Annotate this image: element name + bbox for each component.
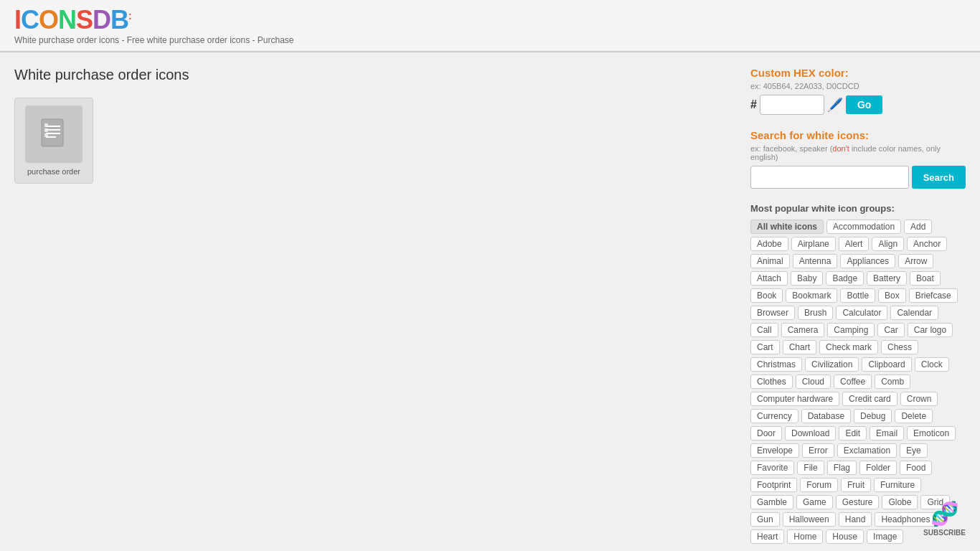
search-input[interactable] — [750, 166, 909, 189]
tag-item[interactable]: Airplane — [791, 237, 836, 251]
tag-item[interactable]: Emoticon — [907, 426, 956, 441]
tag-item[interactable]: Car logo — [908, 323, 953, 337]
tag-item[interactable]: Footprint — [750, 478, 797, 492]
tag-item[interactable]: Adobe — [750, 237, 788, 251]
tag-item[interactable]: Check mark — [819, 340, 878, 354]
tag-item[interactable]: Edit — [839, 426, 867, 441]
tag-item[interactable]: Accommodation — [826, 220, 901, 234]
tag-item[interactable]: Flag — [827, 461, 857, 475]
tag-item[interactable]: Badge — [826, 271, 864, 286]
tag-item[interactable]: Hand — [839, 512, 872, 527]
tag-item[interactable]: Currency — [750, 409, 798, 423]
tag-item[interactable]: Coffee — [834, 375, 872, 389]
tag-item[interactable]: Arrow — [898, 254, 933, 268]
tag-item[interactable]: Bottle — [840, 288, 875, 303]
tag-item[interactable]: Calendar — [890, 306, 938, 320]
tag-item[interactable]: Animal — [750, 254, 790, 268]
logo-letter-n: N — [58, 5, 76, 34]
tag-item[interactable]: Car — [877, 323, 904, 337]
tag-item[interactable]: Appliances — [840, 254, 895, 268]
tag-item[interactable]: Forum — [800, 478, 838, 492]
tag-item[interactable]: House — [826, 529, 864, 544]
tag-item[interactable]: Add — [904, 220, 932, 234]
tag-item[interactable]: Christmas — [750, 357, 802, 372]
tag-item[interactable]: Cloud — [796, 375, 831, 389]
paint-icon[interactable]: 🖊️ — [827, 97, 843, 113]
tag-item[interactable]: Gesture — [836, 495, 880, 509]
tag-item[interactable]: Fruit — [841, 478, 871, 492]
tag-item[interactable]: Camping — [827, 323, 875, 337]
right-sidebar: Custom HEX color: ex: 405B64, 22A033, D0… — [750, 67, 966, 551]
tag-item[interactable]: Favorite — [750, 461, 794, 475]
tag-item[interactable]: Credit card — [842, 392, 897, 406]
tag-item[interactable]: Calculator — [836, 306, 887, 320]
tag-item[interactable]: Furniture — [874, 478, 921, 492]
go-button[interactable]: Go — [846, 95, 882, 114]
tag-item[interactable]: Anchor — [907, 237, 947, 251]
tag-item[interactable]: Clothes — [750, 375, 793, 389]
tag-item[interactable]: All white icons — [750, 220, 824, 234]
logo-letter-c: C — [21, 5, 39, 34]
tag-item[interactable]: Download — [785, 426, 836, 441]
tag-item[interactable]: Bookmark — [786, 288, 837, 303]
dont-link[interactable]: don't — [832, 144, 849, 153]
tag-item[interactable]: Brush — [798, 306, 833, 320]
search-hint-prefix: ex: facebook, speaker ( — [750, 144, 832, 153]
tag-item[interactable]: Image — [867, 529, 903, 544]
subscribe-area[interactable]: 🧬 SUBSCRIBE — [923, 500, 966, 537]
tag-item[interactable]: Comb — [875, 375, 910, 389]
logo-suffix: : — [128, 10, 131, 22]
tag-item[interactable]: File — [797, 461, 824, 475]
tag-item[interactable]: Halloween — [783, 512, 836, 527]
tag-item[interactable]: Gun — [750, 512, 780, 527]
tag-item[interactable]: Chart — [783, 340, 816, 354]
tag-item[interactable]: Delete — [895, 409, 933, 423]
search-button[interactable]: Search — [912, 166, 966, 189]
logo[interactable]: ICONSDB: — [14, 7, 966, 33]
tag-item[interactable]: Clock — [915, 357, 949, 372]
tag-item[interactable]: Align — [872, 237, 904, 251]
tag-item[interactable]: Game — [796, 495, 833, 509]
tag-item[interactable]: Database — [801, 409, 851, 423]
tag-item[interactable]: Crown — [900, 392, 938, 406]
tag-item[interactable]: Book — [750, 288, 783, 303]
tag-item[interactable]: Civilization — [805, 357, 859, 372]
search-section: Search for white icons: ex: facebook, sp… — [750, 129, 966, 189]
tag-item[interactable]: Heart — [750, 529, 784, 544]
hex-input[interactable] — [760, 95, 824, 115]
icon-item[interactable]: purchase order — [14, 98, 93, 184]
tag-item[interactable]: Battery — [867, 271, 907, 286]
tag-item[interactable]: Email — [870, 426, 904, 441]
logo-letter-i: I — [14, 5, 21, 34]
tag-item[interactable]: Eye — [900, 443, 928, 458]
tag-item[interactable]: Call — [750, 323, 778, 337]
tag-item[interactable]: Browser — [750, 306, 795, 320]
tag-item[interactable]: Envelope — [750, 443, 799, 458]
tag-item[interactable]: Home — [787, 529, 823, 544]
tag-item[interactable]: Antenna — [793, 254, 838, 268]
tag-item[interactable]: Attach — [750, 271, 788, 286]
tag-item[interactable]: Cart — [750, 340, 780, 354]
tag-item[interactable]: Boat — [910, 271, 941, 286]
tag-item[interactable]: Exclamation — [837, 443, 897, 458]
tag-item[interactable]: Briefcase — [909, 288, 958, 303]
tag-item[interactable]: Door — [750, 426, 782, 441]
tag-item[interactable]: Food — [900, 461, 932, 475]
tag-item[interactable]: Baby — [791, 271, 823, 286]
search-row: Search — [750, 166, 966, 189]
tag-item[interactable]: Error — [802, 443, 834, 458]
tag-item[interactable]: Debug — [854, 409, 892, 423]
tag-item[interactable]: Computer hardware — [750, 392, 839, 406]
popular-groups-section: Most popular white icon groups: All whit… — [750, 203, 966, 544]
main-layout: White purchase order icons — [0, 52, 980, 551]
tag-item[interactable]: Clipboard — [862, 357, 911, 372]
tag-item[interactable]: Folder — [859, 461, 897, 475]
tag-item[interactable]: Chess — [881, 340, 918, 354]
svg-rect-6 — [44, 123, 48, 127]
tag-item[interactable]: Gamble — [750, 495, 793, 509]
tag-item[interactable]: Camera — [781, 323, 825, 337]
icon-grid: purchase order — [14, 98, 736, 184]
tag-item[interactable]: Globe — [882, 495, 918, 509]
tag-item[interactable]: Alert — [839, 237, 870, 251]
tag-item[interactable]: Box — [878, 288, 906, 303]
